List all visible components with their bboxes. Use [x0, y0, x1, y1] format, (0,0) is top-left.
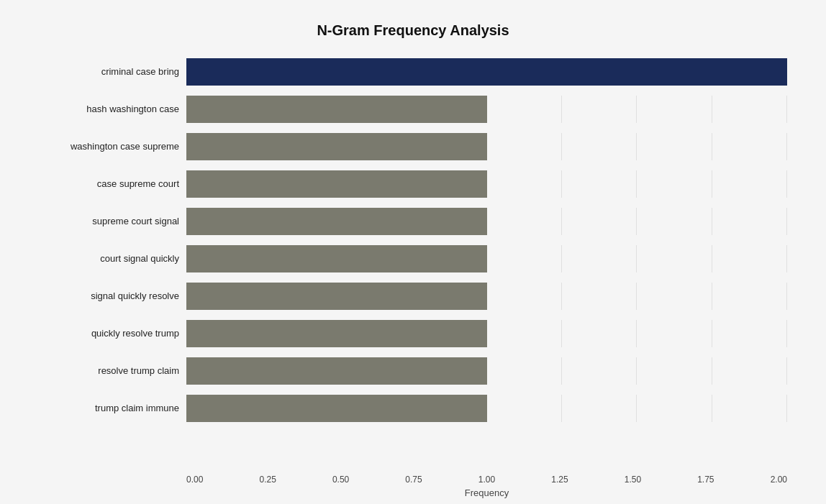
x-tick: 1.50 [625, 475, 641, 485]
bar-wrapper [186, 283, 787, 310]
bar [186, 245, 487, 272]
x-tick: 0.25 [259, 475, 276, 485]
bar-label: court signal quickly [39, 253, 186, 264]
bar-row: court signal quickly [39, 240, 787, 278]
x-axis: 0.000.250.500.751.001.251.501.752.00 [186, 475, 787, 485]
bar-wrapper [186, 245, 787, 272]
bar-label: supreme court signal [39, 216, 186, 226]
bar-row: quickly resolve trump [39, 315, 787, 352]
bar-row: hash washington case [39, 91, 787, 128]
x-tick: 0.50 [332, 475, 349, 485]
bar-wrapper [186, 170, 787, 198]
bar-label: criminal case bring [39, 66, 186, 77]
bar-row: signal quickly resolve [39, 278, 787, 315]
x-tick: 0.75 [405, 475, 422, 485]
x-tick: 1.00 [478, 475, 495, 485]
bar [186, 133, 487, 160]
bar-row: resolve trump claim [39, 352, 787, 390]
x-tick: 0.00 [186, 475, 203, 485]
bar [186, 208, 487, 235]
bar [186, 357, 487, 385]
x-axis-label: Frequency [186, 487, 787, 498]
chart-container: N-Gram Frequency Analysis criminal case … [17, 8, 809, 497]
x-tick: 1.25 [551, 475, 568, 485]
bar-wrapper [186, 320, 787, 347]
chart-area: criminal case bringhash washington casew… [39, 53, 787, 470]
bar [186, 170, 487, 198]
x-tick: 2.00 [771, 475, 787, 485]
bar [186, 96, 487, 123]
bar [186, 58, 787, 86]
bar-label: resolve trump claim [39, 365, 186, 376]
bar-row: supreme court signal [39, 203, 787, 240]
bar-row: case supreme court [39, 165, 787, 203]
bar-wrapper [186, 208, 787, 235]
x-axis-ticks: 0.000.250.500.751.001.251.501.752.00 [186, 475, 787, 485]
bar-label: case supreme court [39, 178, 186, 189]
bar-row: washington case supreme [39, 128, 787, 165]
bar-row: trump claim immune [39, 390, 787, 427]
bar-wrapper [186, 96, 787, 123]
bar [186, 283, 487, 310]
bar-wrapper [186, 58, 787, 86]
bar-label: trump claim immune [39, 403, 186, 413]
bar-label: signal quickly resolve [39, 290, 186, 301]
bar-wrapper [186, 357, 787, 385]
bar [186, 395, 487, 422]
bar-label: quickly resolve trump [39, 328, 186, 339]
bar [186, 320, 487, 347]
bar-row: criminal case bring [39, 53, 787, 91]
chart-title: N-Gram Frequency Analysis [39, 22, 787, 39]
x-tick: 1.75 [697, 475, 714, 485]
bar-wrapper [186, 133, 787, 160]
bar-wrapper [186, 395, 787, 422]
bar-label: washington case supreme [39, 141, 186, 152]
bar-label: hash washington case [39, 104, 186, 114]
